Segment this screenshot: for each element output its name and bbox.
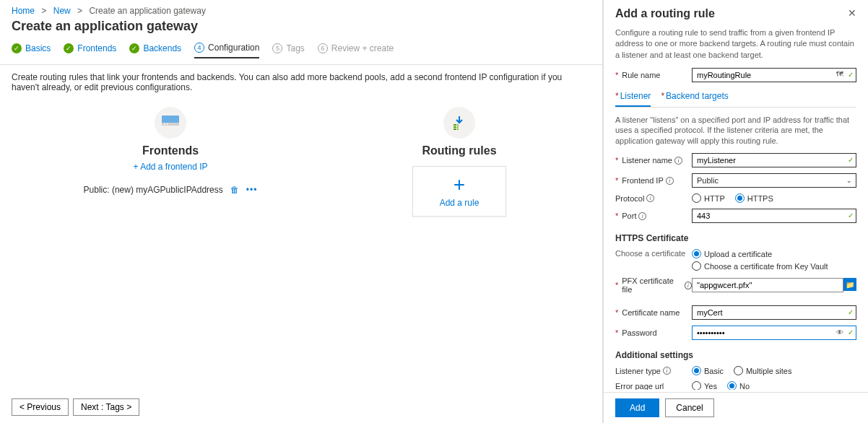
frontend-ip-label: *Frontend IP i xyxy=(615,176,692,185)
step-label: Tags xyxy=(286,43,304,53)
breadcrumb-sep: > xyxy=(77,6,82,16)
password-field: *Password 👁 ✓ xyxy=(615,326,856,340)
breadcrumb-home[interactable]: Home xyxy=(12,6,35,16)
radio-icon xyxy=(692,261,701,271)
add-frontend-link[interactable]: + Add a frontend IP xyxy=(133,162,207,172)
protocol-label: Protocol i xyxy=(615,194,692,203)
valid-check-icon: ✓ xyxy=(848,308,854,316)
svg-point-4 xyxy=(457,124,459,126)
panel-footer: Add Cancel xyxy=(604,392,868,423)
protocol-http-radio[interactable]: HTTP xyxy=(692,193,725,203)
step-configuration[interactable]: 4Configuration xyxy=(194,43,259,58)
reveal-password-icon[interactable]: 👁 xyxy=(836,328,843,336)
password-input[interactable] xyxy=(692,326,856,340)
listener-multi-radio[interactable]: Multiple sites xyxy=(734,366,792,375)
info-icon[interactable]: i xyxy=(646,194,654,202)
tab-listener[interactable]: *Listener xyxy=(615,88,651,107)
svg-point-6 xyxy=(457,128,459,130)
radio-icon xyxy=(692,366,701,375)
frontend-icon xyxy=(155,107,186,139)
step-review[interactable]: 6Review + create xyxy=(318,43,394,58)
error-page-yes-radio[interactable]: Yes xyxy=(692,381,717,390)
protocol-https-radio[interactable]: HTTPS xyxy=(735,193,773,203)
svg-point-2 xyxy=(164,123,165,125)
port-label: *Port i xyxy=(615,212,692,220)
step-number-icon: 6 xyxy=(318,43,328,53)
step-frontends[interactable]: ✓Frontends xyxy=(64,43,116,58)
add-rule-card[interactable]: + Add a rule xyxy=(412,166,506,217)
radio-icon xyxy=(692,381,701,390)
radio-icon xyxy=(734,366,743,375)
breadcrumb-current: Create an application gateway xyxy=(89,6,205,16)
add-button[interactable]: Add xyxy=(615,398,659,417)
rule-name-field: *Rule name 🗺 ✓ xyxy=(615,68,856,82)
port-field: *Port i ✓ xyxy=(615,209,856,223)
close-icon[interactable]: ✕ xyxy=(848,7,856,19)
breadcrumb-new[interactable]: New xyxy=(53,6,71,16)
delete-icon[interactable]: 🗑 xyxy=(230,185,239,195)
svg-point-3 xyxy=(167,123,168,125)
frontend-ip-field: *Frontend IP i Public ⌄ xyxy=(615,173,856,188)
radio-icon xyxy=(692,249,701,258)
browse-file-button[interactable]: 📁 xyxy=(843,278,856,291)
panel-body: Configure a routing rule to send traffic… xyxy=(604,25,868,390)
https-cert-heading: HTTPS Certificate xyxy=(615,233,856,243)
previous-button[interactable]: < Previous xyxy=(12,398,69,416)
info-icon[interactable]: i xyxy=(666,177,674,185)
more-icon[interactable]: ••• xyxy=(246,185,258,195)
upload-cert-radio[interactable]: Upload a certificate xyxy=(692,249,856,258)
choose-cert-field: Choose a certificate Upload a certificat… xyxy=(615,249,856,271)
check-icon: ✓ xyxy=(12,43,22,53)
additional-settings-heading: Additional settings xyxy=(615,350,856,360)
pfx-file-input[interactable] xyxy=(692,278,843,292)
step-backends[interactable]: ✓Backends xyxy=(129,43,181,58)
step-label: Basics xyxy=(25,43,51,53)
pfx-file-label: *PFX certificate file i xyxy=(615,276,692,294)
routing-column: Routing rules + Add a rule xyxy=(358,107,560,217)
frontend-ip-select[interactable]: Public xyxy=(692,173,856,188)
step-basics[interactable]: ✓Basics xyxy=(12,43,51,58)
radio-icon xyxy=(692,193,701,203)
panel-description: Configure a routing rule to send traffic… xyxy=(615,27,856,61)
main-canvas: Home > New > Create an application gatew… xyxy=(0,0,603,423)
add-rule-label: Add a rule xyxy=(440,198,479,208)
plus-icon: + xyxy=(453,175,465,195)
wizard-steps: ✓Basics ✓Frontends ✓Backends 4Configurat… xyxy=(0,43,602,65)
info-icon[interactable]: i xyxy=(674,157,682,165)
radio-icon xyxy=(727,381,737,390)
valid-check-icon: ✓ xyxy=(848,71,854,79)
rule-name-input[interactable] xyxy=(692,68,856,82)
step-label: Configuration xyxy=(208,43,259,53)
breadcrumb: Home > New > Create an application gatew… xyxy=(0,0,602,19)
wizard-footer: < Previous Next : Tags > xyxy=(12,398,139,416)
panel-header: Add a routing rule ✕ xyxy=(604,0,868,25)
port-input[interactable] xyxy=(692,209,856,223)
cert-name-label: *Certificate name xyxy=(615,308,692,317)
error-page-field: Error page url Yes No xyxy=(615,381,856,390)
step-number-icon: 4 xyxy=(194,43,204,53)
listener-type-label: Listener type i xyxy=(615,367,692,375)
frontend-item: Public: (new) myAGPublicIPAddress 🗑 ••• xyxy=(84,185,258,195)
page-title: Create an application gateway xyxy=(0,19,602,43)
listener-type-field: Listener type i Basic Multiple sites xyxy=(615,366,856,375)
info-icon[interactable]: i xyxy=(638,212,646,220)
keyvault-cert-radio[interactable]: Choose a certificate from Key Vault xyxy=(692,261,856,271)
next-button[interactable]: Next : Tags > xyxy=(73,398,139,416)
step-label: Backends xyxy=(143,43,181,53)
listener-name-label: *Listener name i xyxy=(615,156,692,165)
config-canvas: Frontends + Add a frontend IP Public: (n… xyxy=(0,100,602,224)
add-routing-rule-panel: Add a routing rule ✕ Configure a routing… xyxy=(603,0,868,423)
svg-point-5 xyxy=(457,126,459,128)
error-page-no-radio[interactable]: No xyxy=(727,381,750,390)
tab-backend-targets[interactable]: *Backend targets xyxy=(661,88,728,107)
listener-basic-radio[interactable]: Basic xyxy=(692,366,724,375)
choose-cert-label: Choose a certificate xyxy=(615,249,692,258)
step-tags[interactable]: 5Tags xyxy=(272,43,304,58)
error-page-label: Error page url xyxy=(615,382,692,390)
cert-name-input[interactable] xyxy=(692,305,856,320)
frontend-item-label: Public: (new) myAGPublicIPAddress xyxy=(84,185,223,195)
cancel-button[interactable]: Cancel xyxy=(665,398,713,417)
info-icon[interactable]: i xyxy=(663,367,671,375)
info-icon[interactable]: i xyxy=(685,282,692,289)
listener-name-input[interactable] xyxy=(692,153,856,167)
